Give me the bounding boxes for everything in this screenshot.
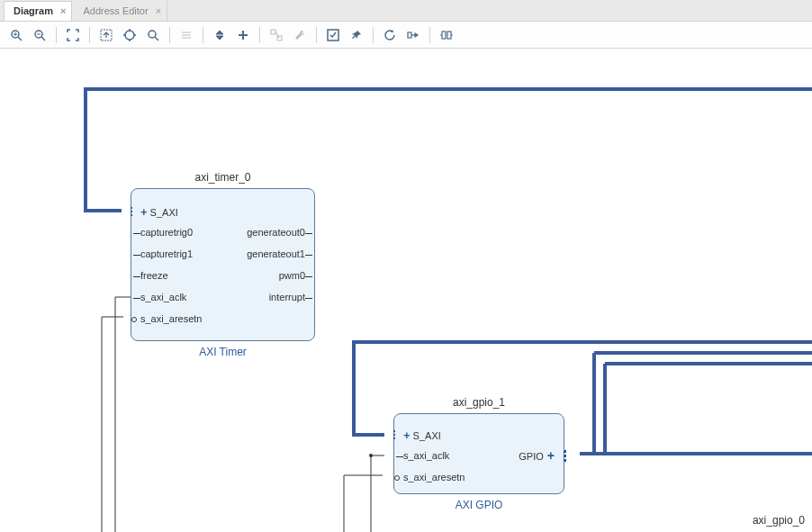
port-capturetrig1[interactable]: capturetrig1 <box>140 248 193 259</box>
port-s-axi[interactable]: +S_AXI <box>140 205 178 219</box>
block-type-label: AXI Timer <box>131 346 314 358</box>
tab-label: Address Editor <box>83 5 148 16</box>
separator <box>429 27 430 43</box>
port-generateout1[interactable]: generateout1 <box>247 248 305 259</box>
collapse-icon[interactable] <box>176 24 197 46</box>
svg-rect-24 <box>408 32 411 38</box>
block-axi-timer-0[interactable]: axi_timer_0 AXI Timer +S_AXI capturetrig… <box>131 188 315 341</box>
search-icon[interactable] <box>142 24 164 46</box>
center-icon[interactable] <box>119 24 140 46</box>
port-s-axi[interactable]: +S_AXI <box>403 428 441 442</box>
plus-icon: + <box>547 448 555 463</box>
zoom-fit-icon[interactable] <box>62 24 84 46</box>
svg-rect-26 <box>442 32 446 39</box>
group-icon[interactable] <box>436 24 457 46</box>
separator <box>259 27 260 43</box>
separator <box>373 27 374 43</box>
zoom-in-icon[interactable] <box>5 24 27 46</box>
connect-icon[interactable] <box>266 24 287 46</box>
svg-point-13 <box>149 31 156 38</box>
block-instance-name: axi_timer_0 <box>131 171 314 184</box>
port-s-axi-aclk[interactable]: s_axi_aclk <box>140 292 186 302</box>
separator <box>169 27 170 43</box>
svg-line-1 <box>18 37 22 41</box>
port-s-axi-aclk[interactable]: s_axi_aclk <box>403 450 449 461</box>
validate-icon[interactable] <box>322 24 344 46</box>
tab-diagram[interactable]: Diagram × <box>4 1 72 21</box>
block-axi-gpio-1[interactable]: axi_gpio_1 AXI GPIO +S_AXI s_axi_aclk s_… <box>393 413 564 494</box>
svg-rect-27 <box>447 32 451 39</box>
svg-line-14 <box>155 37 158 41</box>
plus-icon: + <box>403 428 411 442</box>
block-instance-name: axi_gpio_1 <box>394 396 564 409</box>
add-icon[interactable] <box>232 24 254 46</box>
refresh-icon[interactable] <box>379 24 401 46</box>
port-s-axi-aresetn[interactable]: s_axi_aresetn <box>140 313 203 324</box>
port-generateout0[interactable]: generateout0 <box>247 227 305 238</box>
port-pwm0[interactable]: pwm0 <box>279 270 305 281</box>
block-type-label: AXI GPIO <box>394 499 564 511</box>
port-interrupt[interactable]: interrupt <box>269 292 305 302</box>
wrench-icon[interactable] <box>289 24 311 46</box>
label-axi-gpio-0: axi_gpio_0 <box>753 514 805 527</box>
port-capturetrig0[interactable]: capturetrig0 <box>140 227 193 238</box>
port-freeze[interactable]: freeze <box>140 270 168 281</box>
tab-bar: Diagram × Address Editor × <box>0 0 812 22</box>
dataflow-icon[interactable] <box>402 24 424 46</box>
port-gpio[interactable]: GPIO+ <box>519 448 555 463</box>
expand-icon[interactable] <box>209 24 230 46</box>
svg-line-5 <box>41 37 45 41</box>
pin-icon[interactable] <box>346 24 367 46</box>
tab-label: Diagram <box>14 5 53 16</box>
port-s-axi-aresetn[interactable]: s_axi_aresetn <box>403 472 465 482</box>
svg-point-8 <box>125 31 134 40</box>
separator <box>89 27 90 43</box>
plus-icon: + <box>140 205 148 219</box>
svg-point-33 <box>369 454 373 457</box>
tab-address-editor[interactable]: Address Editor × <box>74 1 167 21</box>
block-design-canvas[interactable]: axi_timer_0 AXI Timer +S_AXI capturetrig… <box>0 49 812 532</box>
separator <box>316 27 317 43</box>
zoom-area-icon[interactable] <box>95 24 117 46</box>
zoom-out-icon[interactable] <box>29 24 50 46</box>
separator <box>56 27 57 43</box>
close-icon[interactable]: × <box>60 5 66 16</box>
toolbar <box>0 22 812 49</box>
svg-rect-20 <box>271 30 275 34</box>
separator <box>203 27 203 43</box>
close-icon[interactable]: × <box>156 5 161 16</box>
